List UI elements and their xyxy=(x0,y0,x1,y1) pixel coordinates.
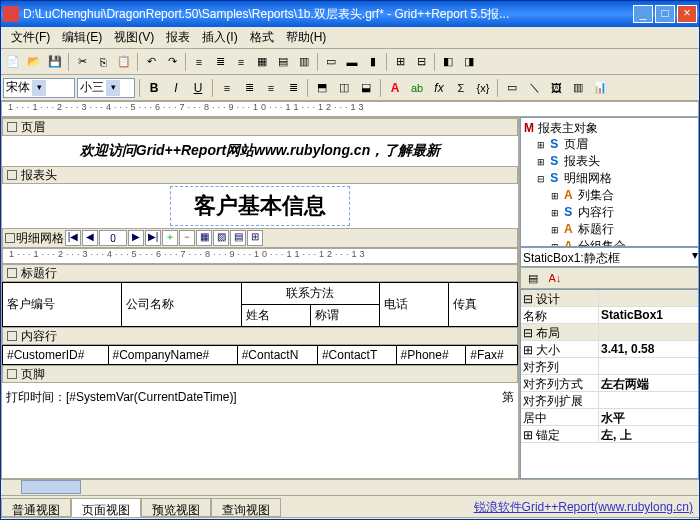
fld-phone[interactable]: #Phone# xyxy=(396,346,466,365)
text-icon[interactable]: ab xyxy=(407,78,427,98)
bold-icon[interactable]: B xyxy=(144,78,164,98)
menu-edit[interactable]: 编辑(E) xyxy=(56,27,108,48)
tool-icon[interactable]: ◧ xyxy=(438,52,458,72)
cut-icon[interactable]: ✂ xyxy=(72,52,92,72)
italic-icon[interactable]: I xyxy=(166,78,186,98)
section-report-header[interactable]: 报表头 xyxy=(2,166,518,184)
sort-az-icon[interactable]: A↓ xyxy=(545,268,565,288)
fx-icon[interactable]: fx xyxy=(429,78,449,98)
tree-item[interactable]: ⊞ S 页眉 xyxy=(523,136,696,153)
menu-report[interactable]: 报表 xyxy=(160,27,196,48)
property-row[interactable]: 居中水平 xyxy=(521,409,698,426)
content-table[interactable]: #CustomerID# #CompanyName# #ContactN #Co… xyxy=(2,345,518,365)
font-family-combo[interactable]: 宋体▾ xyxy=(3,78,75,98)
valign-icon[interactable]: ⬒ xyxy=(312,78,332,98)
fld-fax[interactable]: #Fax# xyxy=(466,346,518,365)
line-icon[interactable]: ＼ xyxy=(524,78,544,98)
fld-custid[interactable]: #CustomerID# xyxy=(3,346,109,365)
nav-add-icon[interactable]: ＋ xyxy=(162,230,178,246)
tree-item[interactable]: ⊞ A 分组集合 xyxy=(523,238,696,247)
minimize-button[interactable]: _ xyxy=(633,5,653,23)
property-row[interactable]: ⊞ 锚定左, 上 xyxy=(521,426,698,443)
tool-icon[interactable]: ▤ xyxy=(273,52,293,72)
property-row[interactable]: 布局 xyxy=(521,324,698,341)
object-tree[interactable]: M 报表主对象 ⊞ S 页眉⊞ S 报表头⊟ S 明细网格⊞ A 列集合⊞ S … xyxy=(520,117,699,247)
property-row[interactable]: 对齐列扩展 xyxy=(521,392,698,409)
tool-icon[interactable]: ▮ xyxy=(363,52,383,72)
copy-icon[interactable]: ⎘ xyxy=(93,52,113,72)
fontcolor-icon[interactable]: A xyxy=(385,78,405,98)
header-table[interactable]: 客户编号 公司名称 联系方法 电话 传真 姓名 称谓 xyxy=(2,282,518,327)
tree-item[interactable]: ⊞ S 内容行 xyxy=(523,204,696,221)
grid-tool-icon[interactable]: ⊞ xyxy=(247,230,263,246)
nav-next-icon[interactable]: ▶ xyxy=(128,230,144,246)
hdr-phone[interactable]: 电话 xyxy=(379,283,448,327)
shape-icon[interactable]: ▭ xyxy=(502,78,522,98)
tree-item[interactable]: ⊞ A 列集合 xyxy=(523,187,696,204)
hdr-company[interactable]: 公司名称 xyxy=(122,283,241,327)
vendor-link[interactable]: 锐浪软件Grid++Report(www.rubylong.cn) xyxy=(468,496,699,517)
menu-insert[interactable]: 插入(I) xyxy=(196,27,243,48)
property-grid[interactable]: 设计名称StaticBox1布局⊞ 大小3.41, 0.58对齐列对齐列方式左右… xyxy=(520,289,699,479)
grid-tool-icon[interactable]: ▧ xyxy=(213,230,229,246)
grid-ruler[interactable]: 1···1···2···3···4···5···6···7···8···9···… xyxy=(2,248,518,264)
align-icon[interactable]: ≣ xyxy=(283,78,303,98)
tab-preview[interactable]: 预览视图 xyxy=(141,498,211,517)
maximize-button[interactable]: □ xyxy=(655,5,675,23)
chevron-down-icon[interactable]: ▾ xyxy=(692,248,698,266)
fld-name[interactable]: #ContactN xyxy=(237,346,317,365)
print-time-field[interactable]: 打印时间：[#SystemVar(CurrentDateTime)] xyxy=(6,389,237,406)
hdr-fax[interactable]: 传真 xyxy=(448,283,517,327)
hdr-custid[interactable]: 客户编号 xyxy=(3,283,122,327)
tool-icon[interactable]: ▭ xyxy=(321,52,341,72)
object-selector-combo[interactable]: StaticBox1:静态框▾ xyxy=(520,247,699,267)
align-left-icon[interactable]: ≡ xyxy=(189,52,209,72)
page-field[interactable]: 第 xyxy=(502,389,514,406)
tree-item[interactable]: ⊞ A 标题行 xyxy=(523,221,696,238)
horizontal-ruler[interactable]: 1···1···2···3···4···5···6···7···8···9···… xyxy=(1,101,699,117)
valign-icon[interactable]: ◫ xyxy=(334,78,354,98)
open-icon[interactable]: 📂 xyxy=(24,52,44,72)
fld-company[interactable]: #CompanyName# xyxy=(108,346,237,365)
grid-tool-icon[interactable]: ▦ xyxy=(196,230,212,246)
banner-text[interactable]: 欢迎访问Grid++Report网站www.rubylong.cn，了解最新 xyxy=(2,136,518,166)
menu-format[interactable]: 格式 xyxy=(244,27,280,48)
nav-index-input[interactable] xyxy=(99,230,127,246)
property-row[interactable]: 设计 xyxy=(521,290,698,307)
sum-icon[interactable]: Σ xyxy=(451,78,471,98)
report-title[interactable]: 客户基本信息 xyxy=(170,186,350,226)
tool-icon[interactable]: ▦ xyxy=(252,52,272,72)
menu-help[interactable]: 帮助(H) xyxy=(280,27,333,48)
grid-tool-icon[interactable]: ▤ xyxy=(230,230,246,246)
barcode-icon[interactable]: ▥ xyxy=(568,78,588,98)
sort-cat-icon[interactable]: ▤ xyxy=(523,268,543,288)
tree-item[interactable]: ⊞ S 报表头 xyxy=(523,153,696,170)
chart-icon[interactable]: 📊 xyxy=(590,78,610,98)
tab-query[interactable]: 查询视图 xyxy=(211,498,281,517)
property-row[interactable]: 名称StaticBox1 xyxy=(521,307,698,324)
new-icon[interactable]: 📄 xyxy=(3,52,23,72)
align-center-icon[interactable]: ≣ xyxy=(210,52,230,72)
property-row[interactable]: 对齐列 xyxy=(521,358,698,375)
close-button[interactable]: × xyxy=(677,5,697,23)
chevron-down-icon[interactable]: ▾ xyxy=(32,80,46,96)
var-icon[interactable]: {x} xyxy=(473,78,493,98)
tool-icon[interactable]: ◨ xyxy=(459,52,479,72)
design-surface[interactable]: 页眉 欢迎访问Grid++Report网站www.rubylong.cn，了解最… xyxy=(1,117,519,479)
tab-page[interactable]: 页面视图 xyxy=(71,498,141,517)
hdr-name[interactable]: 姓名 xyxy=(241,305,310,327)
nav-last-icon[interactable]: ▶| xyxy=(145,230,161,246)
image-icon[interactable]: 🖼 xyxy=(546,78,566,98)
hdr-contact[interactable]: 联系方法 xyxy=(241,283,379,305)
nav-prev-icon[interactable]: ◀ xyxy=(82,230,98,246)
tab-normal[interactable]: 普通视图 xyxy=(1,498,71,517)
menu-file[interactable]: 文件(F) xyxy=(5,27,56,48)
font-size-combo[interactable]: 小三▾ xyxy=(77,78,135,98)
tool-icon[interactable]: ⊟ xyxy=(411,52,431,72)
fld-sal[interactable]: #ContactT xyxy=(317,346,396,365)
section-title-row[interactable]: 标题行 xyxy=(2,264,518,282)
underline-icon[interactable]: U xyxy=(188,78,208,98)
hdr-sal[interactable]: 称谓 xyxy=(310,305,379,327)
align-icon[interactable]: ≡ xyxy=(261,78,281,98)
align-icon[interactable]: ≡ xyxy=(217,78,237,98)
